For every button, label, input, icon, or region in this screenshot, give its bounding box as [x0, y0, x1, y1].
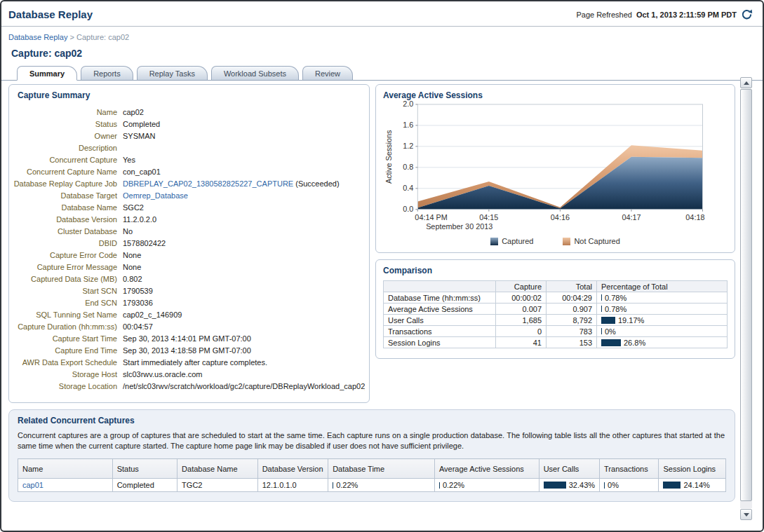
comparison-col-metric	[384, 281, 496, 292]
percentage-indicator: 0.22%	[439, 481, 535, 489]
user-calls-percentage: 32.43%	[539, 479, 599, 492]
tab-reports[interactable]: Reports	[81, 66, 133, 81]
legend-label: Not Captured	[574, 237, 619, 245]
summary-field-capture-error-code: Capture Error CodeNone	[13, 251, 365, 260]
vertical-scrollbar[interactable]	[740, 77, 752, 520]
summary-field-captured-data-size-mb: Captured Data Size (MB)0.802	[13, 275, 365, 284]
scrollbar-track[interactable]	[740, 89, 752, 508]
comparison-panel: Comparison CaptureTotalPercentage of Tot…	[375, 259, 735, 359]
capture-summary-fields: Namecap02StatusCompletedOwnerSYSMANDescr…	[13, 108, 365, 391]
tab-bar: SummaryReportsReplay TasksWorkload Subse…	[1, 64, 763, 81]
tab-workload-subsets[interactable]: Workload Subsets	[211, 66, 299, 81]
tab-summary[interactable]: Summary	[17, 66, 77, 81]
svg-text:04:14 PM: 04:14 PM	[415, 213, 447, 221]
field-value: Yes	[123, 156, 365, 165]
field-value: No	[123, 227, 365, 236]
breadcrumb: Database Replay > Capture: cap02	[8, 33, 763, 41]
tab-review[interactable]: Review	[302, 66, 353, 81]
field-value: 1578802422	[123, 239, 365, 248]
percentage-bar	[601, 317, 615, 324]
database-replay-window: Database Replay Page Refreshed Oct 1, 20…	[0, 0, 764, 532]
percentage-of-total: 0%	[597, 326, 728, 337]
related-col-status: Status	[112, 459, 177, 479]
svg-text:2.0: 2.0	[403, 100, 413, 108]
page-refreshed: Page Refreshed Oct 1, 2013 2:11:59 PM PD…	[576, 8, 753, 20]
metric-label: Session Logins	[384, 337, 496, 348]
average-active-sessions-panel: Average Active Sessions 0.00.40.81.21.62…	[375, 84, 735, 253]
tab-replay-tasks[interactable]: Replay Tasks	[137, 66, 208, 81]
field-value: SGC2	[123, 203, 365, 212]
refresh-icon[interactable]	[741, 8, 753, 20]
capture-summary-panel: Capture Summary Namecap02StatusCompleted…	[8, 84, 370, 403]
scrollbar-down-button[interactable]	[740, 509, 752, 520]
field-label: Capture Start Time	[13, 334, 117, 343]
comparison-table: CaptureTotalPercentage of Total Database…	[383, 280, 728, 348]
percentage-bar	[601, 306, 602, 312]
chart-legend: CapturedNot Captured	[383, 237, 728, 245]
svg-text:0.0: 0.0	[403, 205, 413, 213]
field-label: Database Version	[13, 215, 117, 224]
field-value: 11.2.0.2.0	[123, 215, 365, 224]
percentage-indicator: 19.17%	[601, 316, 723, 325]
summary-field-dbid: DBID1578802422	[13, 239, 365, 248]
field-label: Owner	[13, 132, 117, 141]
percentage-label: 26.8%	[624, 339, 645, 347]
breadcrumb-link-database-replay[interactable]: Database Replay	[8, 33, 67, 41]
percentage-indicator: 32.43%	[544, 481, 595, 489]
field-label: Capture Error Message	[13, 263, 117, 272]
percentage-bar	[663, 482, 681, 489]
summary-field-name: Namecap02	[13, 108, 365, 117]
scrollbar-thumb[interactable]	[740, 89, 752, 501]
percentage-bar	[333, 482, 333, 489]
total-value: 783	[547, 326, 597, 337]
related-table-header: NameStatusDatabase NameDatabase VersionD…	[18, 459, 726, 479]
comparison-row-transactions: Transactions07830%	[384, 326, 728, 337]
x-axis-subtitle: September 30 2013	[426, 222, 492, 231]
percentage-label: 0.22%	[443, 481, 464, 489]
field-label: Database Name	[13, 203, 117, 212]
percentage-bar	[601, 339, 621, 346]
field-value-link[interactable]: Oemrep_Database	[123, 191, 188, 200]
percentage-label: 0.22%	[336, 481, 358, 489]
percentage-indicator: 0%	[604, 481, 654, 489]
field-value-link[interactable]: DBREPLAY_CAP02_1380582825227_CAPTURE	[123, 179, 293, 188]
related-col-user-calls: User Calls	[539, 459, 599, 479]
summary-field-concurrent-capture-name: Concurrent Capture Namecon_cap01	[13, 168, 365, 177]
summary-field-end-scn: End SCN1793036	[13, 299, 365, 308]
refreshed-timestamp: Oct 1, 2013 2:11:59 PM PDT	[636, 11, 737, 19]
percentage-of-total: 19.17%	[597, 315, 728, 326]
field-label: Storage Location	[13, 382, 117, 391]
main-content: Capture Summary Namecap02StatusCompleted…	[8, 84, 735, 502]
summary-field-database-version: Database Version11.2.0.2.0	[13, 215, 365, 224]
legend-swatch-not-captured	[563, 238, 570, 245]
percentage-indicator: 0%	[601, 327, 723, 336]
field-value: Oemrep_Database	[123, 191, 365, 200]
summary-field-sql-tunning-set-name: SQL Tunning Set Namecap02_c_146909	[13, 311, 365, 320]
capture-name-link[interactable]: cap01	[22, 481, 43, 489]
field-value: con_cap01	[123, 168, 365, 177]
summary-field-cluster-database: Cluster DatabaseNo	[13, 227, 365, 236]
field-value	[123, 144, 365, 153]
field-label: End SCN	[13, 299, 117, 308]
legend-label: Captured	[502, 237, 533, 245]
field-value: None	[123, 251, 365, 260]
total-value: 00:04:29	[547, 292, 597, 303]
related-row-cap01: cap01CompletedTGC212.1.0.1.00.22%0.22%32…	[18, 479, 726, 492]
svg-text:04:17: 04:17	[622, 213, 641, 221]
related-col-database-name: Database Name	[177, 459, 258, 479]
page-title: Capture: cap02	[11, 48, 763, 59]
field-value: DBREPLAY_CAP02_1380582825227_CAPTURE (Su…	[123, 179, 365, 189]
metric-label: User Calls	[384, 315, 496, 326]
summary-field-owner: OwnerSYSMAN	[13, 132, 365, 141]
field-value: 0.802	[123, 275, 365, 284]
summary-field-database-name: Database NameSGC2	[13, 203, 365, 212]
chart-title: Average Active Sessions	[383, 90, 728, 100]
field-label: Description	[13, 144, 117, 153]
scrollbar-up-button[interactable]	[740, 77, 752, 88]
percentage-label: 0.78%	[605, 305, 626, 313]
field-value-suffix: (Succeeded)	[293, 179, 339, 188]
total-value: 153	[547, 337, 597, 348]
percentage-bar	[544, 482, 566, 489]
summary-field-storage-host: Storage Hostslc03rwv.us.oracle.com	[13, 370, 365, 379]
field-label: Capture Error Code	[13, 251, 117, 260]
